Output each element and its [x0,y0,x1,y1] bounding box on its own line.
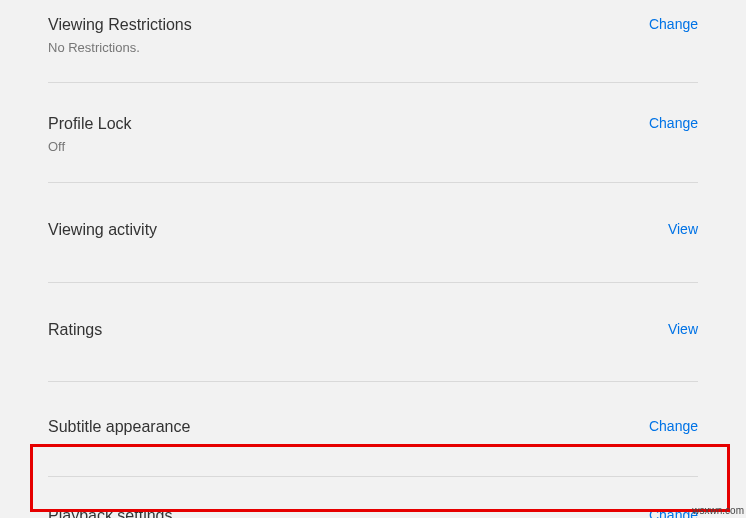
setting-info: Ratings [48,319,102,341]
setting-row-ratings: Ratings View [48,283,698,382]
change-link[interactable]: Change [649,113,698,131]
change-link[interactable]: Change [649,505,698,518]
setting-row-profile-lock: Profile Lock Off Change [48,83,698,184]
setting-info: Viewing activity [48,219,157,241]
view-link[interactable]: View [668,219,698,237]
setting-row-subtitle-appearance: Subtitle appearance Change [48,382,698,477]
watermark-text: wsxwn.com [692,505,744,516]
setting-title: Viewing activity [48,219,157,241]
change-link[interactable]: Change [649,416,698,434]
settings-list: Viewing Restrictions No Restrictions. Ch… [0,0,746,518]
setting-title: Ratings [48,319,102,341]
change-link[interactable]: Change [649,14,698,32]
setting-info: Viewing Restrictions No Restrictions. [48,14,192,58]
setting-info: Profile Lock Off [48,113,132,157]
setting-info: Subtitle appearance [48,416,190,438]
view-link[interactable]: View [668,319,698,337]
setting-subtitle: No Restrictions. [48,39,192,57]
setting-info: Playback settings Autoplay next episode.… [48,505,476,518]
setting-subtitle: Off [48,138,132,156]
setting-title: Playback settings [48,505,476,518]
setting-title: Profile Lock [48,113,132,135]
setting-title: Viewing Restrictions [48,14,192,36]
setting-row-viewing-activity: Viewing activity View [48,183,698,282]
setting-row-playback-settings: Playback settings Autoplay next episode.… [48,477,698,518]
setting-row-viewing-restrictions: Viewing Restrictions No Restrictions. Ch… [48,0,698,83]
setting-title: Subtitle appearance [48,416,190,438]
